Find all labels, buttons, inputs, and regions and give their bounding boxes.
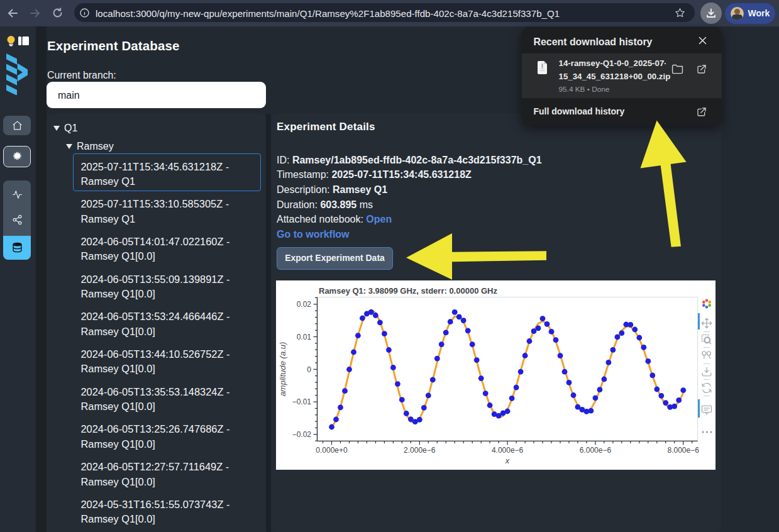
svg-text:Ramsey Q1: 3.98099 GHz, stderr: Ramsey Q1: 3.98099 GHz, stderr: 0.00000 … [319, 286, 497, 296]
svg-text:0.000e+0: 0.000e+0 [316, 446, 348, 455]
svg-text:0.01: 0.01 [297, 333, 312, 341]
svg-text:0.02: 0.02 [297, 300, 312, 309]
svg-text:6.000e−6: 6.000e−6 [580, 446, 612, 455]
svg-text:2.000e−6: 2.000e−6 [404, 446, 436, 455]
svg-text:−0.02: −0.02 [292, 430, 312, 439]
svg-text:−0.01: −0.01 [292, 397, 312, 406]
svg-text:8.000e−6: 8.000e−6 [668, 446, 700, 455]
svg-text:4.000e−6: 4.000e−6 [492, 446, 524, 455]
svg-text:x: x [505, 456, 510, 465]
svg-text:amplitude (a.u): amplitude (a.u) [278, 342, 287, 397]
svg-text:0: 0 [307, 365, 311, 374]
